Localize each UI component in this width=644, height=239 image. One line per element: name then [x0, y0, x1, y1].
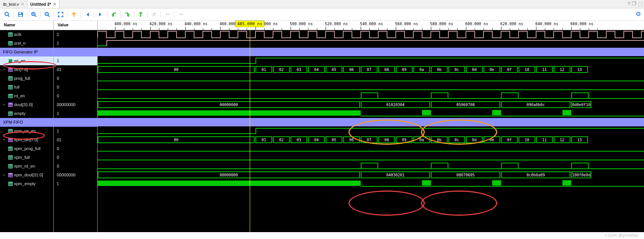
bus-icon — [8, 138, 13, 142]
wave-row[interactable] — [98, 179, 644, 188]
tab-tb-test[interactable]: tb_test.v × — [0, 0, 27, 8]
search-icon[interactable] — [3, 10, 11, 19]
ruler-tick: 500.000 ns — [290, 22, 313, 26]
wave-row[interactable] — [98, 57, 644, 65]
expand-icon[interactable]: > — [3, 65, 7, 74]
wave-row[interactable] — [98, 48, 644, 57]
wave-row[interactable] — [98, 109, 644, 118]
signal-name-row[interactable]: xpm_rd_en — [0, 162, 53, 171]
zoom-in-icon[interactable] — [30, 10, 38, 19]
waveform-area[interactable]: 485.000 ns 400.000 ns420.000 ns440.000 n… — [98, 21, 644, 232]
signal-name-row[interactable]: FIFO Generator IP — [0, 48, 53, 57]
popout-icon[interactable]: ⬚ — [638, 1, 642, 6]
signal-value-row[interactable] — [54, 48, 97, 57]
time-ruler[interactable]: 485.000 ns 400.000 ns420.000 ns440.000 n… — [98, 21, 644, 30]
signal-name-row[interactable]: empty — [0, 109, 53, 118]
help-icon[interactable]: ? — [628, 1, 630, 6]
wave-row[interactable] — [98, 153, 644, 162]
wave-row[interactable]: 000102030405060708090a0b0c0d0e0f10111213 — [98, 65, 644, 74]
signal-value-row[interactable]: 0 — [54, 153, 97, 162]
wave-row[interactable] — [98, 74, 644, 83]
signal-value-row[interactable]: 1 — [54, 109, 97, 118]
signal-name-row[interactable]: sclk — [0, 30, 53, 39]
tab-bar: tb_test.v × Untitled 3* × ? ❐ ⬚ — [0, 0, 644, 8]
wave-row[interactable]: 000102030405060708090a0b0c0d0e0f10111213 — [98, 136, 644, 144]
signal-value-row[interactable]: 1 — [54, 57, 97, 65]
signal-value-row[interactable]: 1 — [54, 127, 97, 136]
wave-row[interactable]: 000000000102030405060708090a0b0c0d0e0f10 — [98, 100, 644, 109]
zoom-out-icon[interactable] — [43, 10, 51, 19]
wave-row[interactable] — [98, 83, 644, 92]
signal-value-row[interactable]: 1 — [54, 30, 97, 39]
last-icon[interactable] — [96, 10, 105, 19]
signal-value-row[interactable] — [54, 118, 97, 127]
signal-name-row[interactable]: xpm_full — [0, 153, 53, 162]
svg-point-0 — [5, 12, 8, 16]
signal-name-row[interactable]: rd_en — [0, 92, 53, 100]
goto-icon[interactable] — [70, 10, 78, 19]
signal-value-row[interactable]: 0 — [54, 74, 97, 83]
time-cursor-label[interactable]: 485.000 ns — [235, 21, 264, 27]
swap-icon[interactable]: ⇄ — [150, 10, 158, 19]
signal-value-row[interactable]: 1 — [54, 39, 97, 48]
signal-value-row[interactable]: 0 — [54, 92, 97, 100]
next-edge-icon[interactable] — [123, 10, 132, 19]
signal-value-row[interactable]: 00000000 — [54, 100, 97, 109]
signal-name-row[interactable]: xpm_wr_en — [0, 127, 53, 136]
bus-segment: 0d — [466, 66, 483, 73]
signal-name-row[interactable]: >din[7:0] — [0, 65, 53, 74]
signal-name-row[interactable]: srst_n — [0, 39, 53, 48]
prev-edge-icon[interactable] — [110, 10, 118, 19]
close-icon[interactable]: × — [53, 2, 56, 7]
signal-value-row[interactable]: 1 — [54, 179, 97, 188]
signal-value-row[interactable]: 01 — [54, 136, 97, 144]
signal-value-row[interactable]: 0 — [54, 162, 97, 171]
wave-row[interactable] — [98, 118, 644, 127]
bus-segment: 13 — [571, 136, 588, 143]
signal-name-row[interactable]: full — [0, 83, 53, 92]
right-icon[interactable]: ↦ — [177, 10, 185, 19]
restore-icon[interactable]: ❐ — [632, 1, 636, 6]
signal-name-row[interactable]: >xpm_dout[31:0] — [0, 171, 53, 179]
expand-icon[interactable]: > — [3, 136, 7, 144]
wave-row[interactable] — [98, 144, 644, 153]
signal-name-row[interactable]: >xpm_din[7:0] — [0, 136, 53, 144]
signal-value-row[interactable]: 00000000 — [54, 171, 97, 179]
expand-icon[interactable]: > — [3, 100, 7, 109]
add-marker-icon[interactable]: + — [137, 10, 145, 19]
save-icon[interactable] — [16, 10, 25, 19]
ruler-tick: 440.000 ns — [185, 22, 207, 26]
signal-name-row[interactable]: xpm_prog_full — [0, 144, 53, 153]
gear-icon[interactable]: ⚙ — [636, 10, 641, 18]
signal-name-row[interactable]: XPM FIFO — [0, 118, 53, 127]
signal-name-row[interactable]: wr_en — [0, 57, 53, 65]
zoom-fit-icon[interactable] — [56, 10, 65, 19]
expand-icon[interactable]: > — [3, 171, 7, 179]
signal-value-row[interactable]: 0 — [54, 144, 97, 153]
main-area: Name sclksrst_nFIFO Generator IPwr_en>di… — [0, 21, 644, 232]
signal-value-row[interactable]: 01 — [54, 65, 97, 74]
wave-row[interactable] — [98, 30, 644, 39]
signal-name-label: xpm_din[7:0] — [14, 136, 38, 144]
wave-row[interactable] — [98, 162, 644, 171]
wave-row[interactable] — [98, 127, 644, 136]
wave-row[interactable] — [98, 39, 644, 48]
value-header: Value — [54, 21, 97, 30]
wave-row[interactable] — [98, 92, 644, 100]
wave-row[interactable]: 0000000004030201080706050c0b0a09100f0e0d — [98, 171, 644, 179]
signal-name-row[interactable]: prog_full — [0, 74, 53, 83]
name-rows: sclksrst_nFIFO Generator IPwr_en>din[7:0… — [0, 30, 53, 232]
signal-name-row[interactable]: >dout[31:0] — [0, 100, 53, 109]
left-icon[interactable]: ↤ — [163, 10, 172, 19]
tab-untitled-3[interactable]: Untitled 3* × — [27, 0, 59, 8]
close-icon[interactable]: × — [21, 2, 24, 7]
bus-segment: 0c — [448, 66, 465, 73]
first-icon[interactable] — [83, 10, 92, 19]
svg-line-5 — [35, 15, 36, 17]
signal-name-label: rd_en — [14, 92, 25, 100]
signal-name-label: xpm_wr_en — [14, 127, 36, 136]
signal-value-row[interactable]: 0 — [54, 83, 97, 92]
bus-segment: 01020304 — [361, 101, 430, 108]
signal-icon — [8, 32, 13, 37]
signal-name-row[interactable]: xpm_empty — [0, 179, 53, 188]
